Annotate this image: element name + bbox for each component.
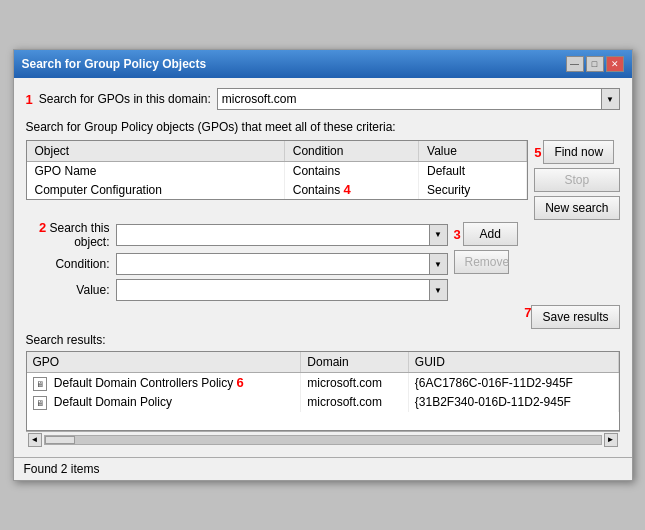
gpo-icon: 🖥 (33, 396, 47, 410)
result-row[interactable]: 🖥 Default Domain Policy microsoft.com {3… (27, 393, 619, 412)
top-row: Object Condition Value GPO Name Contains… (26, 140, 620, 220)
criteria-object: GPO Name (27, 162, 285, 181)
value-dropdown[interactable]: ▼ (429, 280, 447, 300)
action-col: 3 Add Remove (454, 220, 524, 274)
condition-dropdown[interactable]: ▼ (429, 254, 447, 274)
col-condition: Condition (284, 141, 418, 162)
condition-combo[interactable]: ▼ (116, 253, 448, 275)
results-label: Search results: (26, 333, 620, 347)
value-combo[interactable]: ▼ (116, 279, 448, 301)
lower-area: 2 Search this object: ▼ Condition: ▼ (26, 220, 620, 305)
criteria-value: Security (419, 180, 527, 199)
results-table-wrapper: GPO Domain GUID 🖥 Default Domain Control… (26, 351, 620, 431)
scroll-right-button[interactable]: ► (604, 433, 618, 447)
result-domain: microsoft.com (301, 393, 408, 412)
right-buttons: 5 Find now Stop New search (534, 140, 619, 220)
domain-combo[interactable]: ▼ (217, 88, 620, 110)
search-object-row: 2 Search this object: ▼ (26, 220, 448, 249)
result-col-gpo: GPO (27, 352, 301, 373)
col-value: Value (419, 141, 527, 162)
result-guid: {31B2F340-016D-11D2-945F (408, 393, 618, 412)
result-col-domain: Domain (301, 352, 408, 373)
status-text: Found 2 items (24, 462, 100, 476)
horizontal-scrollbar[interactable]: ◄ ► (26, 431, 620, 447)
condition-input[interactable] (117, 257, 429, 271)
criteria-label: Search for Group Policy objects (GPOs) t… (26, 120, 620, 134)
scroll-track[interactable] (44, 435, 602, 445)
col-object: Object (27, 141, 285, 162)
window-title: Search for Group Policy Objects (22, 57, 207, 71)
annotation-6: 6 (237, 375, 244, 390)
result-gpo: 🖥 Default Domain Controllers Policy 6 (27, 373, 301, 393)
save-results-row: 7 Save results (26, 305, 620, 329)
fields-col: 2 Search this object: ▼ Condition: ▼ (26, 220, 448, 305)
save-results-button[interactable]: Save results (531, 305, 619, 329)
stop-button[interactable]: Stop (534, 168, 619, 192)
add-button[interactable]: Add (463, 222, 518, 246)
criteria-condition: Contains 4 (284, 180, 418, 199)
domain-dropdown-btn[interactable]: ▼ (601, 89, 619, 109)
criteria-condition: Contains (284, 162, 418, 181)
condition-label: Condition: (26, 257, 116, 271)
remove-button[interactable]: Remove (454, 250, 509, 274)
find-now-button[interactable]: Find now (543, 140, 614, 164)
result-col-guid: GUID (408, 352, 618, 373)
annotation-1: 1 (26, 92, 33, 107)
result-domain: microsoft.com (301, 373, 408, 393)
close-button[interactable]: ✕ (606, 56, 624, 72)
result-row[interactable]: 🖥 Default Domain Controllers Policy 6 mi… (27, 373, 619, 393)
annotation-7: 7 (524, 305, 531, 329)
criteria-row[interactable]: GPO Name Contains Default (27, 162, 527, 181)
search-object-input[interactable] (117, 228, 429, 242)
scroll-left-button[interactable]: ◄ (28, 433, 42, 447)
domain-input[interactable] (218, 92, 601, 106)
status-bar: Found 2 items (14, 457, 632, 480)
criteria-value: Default (419, 162, 527, 181)
value-label: Value: (26, 283, 116, 297)
new-search-button[interactable]: New search (534, 196, 619, 220)
window-content: 1 Search for GPOs in this domain: ▼ Sear… (14, 78, 632, 457)
criteria-object: Computer Configuration (27, 180, 285, 199)
criteria-row[interactable]: Computer Configuration Contains 4 Securi… (27, 180, 527, 199)
main-window: Search for Group Policy Objects — □ ✕ 1 … (13, 49, 633, 481)
result-guid: {6AC1786C-016F-11D2-945F (408, 373, 618, 393)
result-gpo: 🖥 Default Domain Policy (27, 393, 301, 412)
annotation-4: 4 (343, 182, 350, 197)
maximize-button[interactable]: □ (586, 56, 604, 72)
search-object-label: 2 Search this object: (26, 220, 116, 249)
scroll-thumb[interactable] (45, 436, 75, 444)
annotation-3: 3 (454, 227, 461, 242)
domain-label: Search for GPOs in this domain: (39, 92, 211, 106)
search-object-dropdown[interactable]: ▼ (429, 225, 447, 245)
minimize-button[interactable]: — (566, 56, 584, 72)
annotation-5: 5 (534, 145, 541, 160)
criteria-table: Object Condition Value GPO Name Contains… (26, 140, 529, 200)
value-input[interactable] (117, 283, 429, 297)
value-row: Value: ▼ (26, 279, 448, 301)
search-object-combo[interactable]: ▼ (116, 224, 448, 246)
condition-row: Condition: ▼ (26, 253, 448, 275)
annotation-2: 2 (39, 220, 46, 235)
title-bar: Search for Group Policy Objects — □ ✕ (14, 50, 632, 78)
title-bar-buttons: — □ ✕ (566, 56, 624, 72)
domain-section: 1 Search for GPOs in this domain: ▼ (26, 88, 620, 110)
results-section: Search results: GPO Domain GUID 🖥 (26, 333, 620, 447)
gpo-icon: 🖥 (33, 377, 47, 391)
